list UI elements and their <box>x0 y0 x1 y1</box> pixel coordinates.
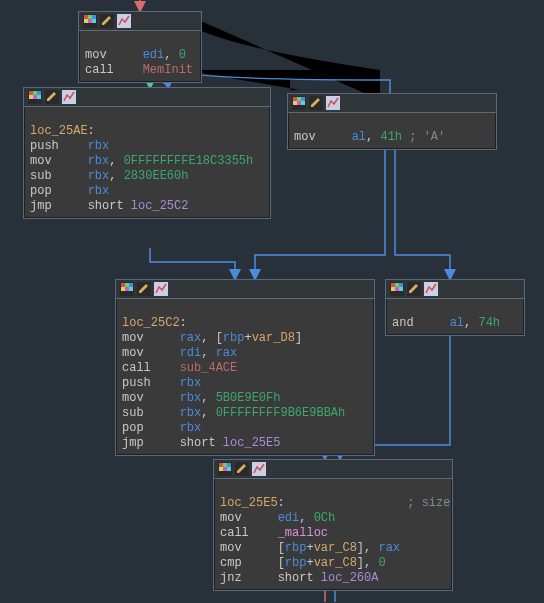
graph-icon[interactable] <box>326 96 340 110</box>
svg-rect-12 <box>37 91 41 95</box>
plus: + <box>306 541 313 555</box>
svg-rect-41 <box>395 287 399 291</box>
sep: , <box>164 48 178 62</box>
register: al <box>352 130 366 144</box>
close: ], <box>357 541 379 555</box>
cfg-node-block2[interactable]: mov al, 41h ; 'A' <box>287 93 497 150</box>
edit-icon[interactable] <box>407 282 421 296</box>
color-icon[interactable] <box>120 282 134 296</box>
node-toolbar <box>24 88 270 107</box>
plus: + <box>244 331 251 345</box>
immediate: 0FFFFFFFF9B6E9BBAh <box>216 406 346 420</box>
mnemonic: jmp <box>122 436 144 450</box>
cfg-node-block0[interactable]: mov edi, 0 call MemInit <box>78 11 202 83</box>
svg-rect-29 <box>125 283 129 287</box>
color-icon[interactable] <box>292 96 306 110</box>
cfg-node-block5[interactable]: loc_25E5: ; size mov edi, 0Ch call _mall… <box>213 459 453 591</box>
graph-icon[interactable] <box>117 14 131 28</box>
svg-rect-5 <box>88 19 92 23</box>
edit-icon[interactable] <box>235 462 249 476</box>
node-toolbar <box>386 280 524 299</box>
svg-rect-32 <box>125 287 129 291</box>
immediate: 0FFFFFFFFE18C3355h <box>124 154 254 168</box>
register: edi <box>278 511 300 525</box>
svg-rect-19 <box>293 97 297 101</box>
sep: , <box>366 130 380 144</box>
cfg-node-block3[interactable]: loc_25C2: mov rax, [rbp+var_D8] mov rdi,… <box>115 279 375 456</box>
location-label[interactable]: loc_25C2 <box>122 316 180 330</box>
node-toolbar <box>288 94 496 113</box>
svg-rect-49 <box>219 467 223 471</box>
register: rbp <box>223 331 245 345</box>
mnemonic: pop <box>122 421 144 435</box>
var-ref[interactable]: var_D8 <box>252 331 295 345</box>
var-ref[interactable]: var_C8 <box>314 556 357 570</box>
immediate: 2830EE60h <box>124 169 189 183</box>
svg-rect-47 <box>223 463 227 467</box>
loc-ref[interactable]: loc_260A <box>321 571 379 585</box>
svg-rect-15 <box>37 95 41 99</box>
open: [ <box>278 541 285 555</box>
color-icon[interactable] <box>83 14 97 28</box>
loc-ref[interactable]: loc_25C2 <box>131 199 189 213</box>
svg-rect-10 <box>29 91 33 95</box>
sep: , <box>109 154 123 168</box>
color-icon[interactable] <box>390 282 404 296</box>
cfg-node-block1[interactable]: loc_25AE: push rbx mov rbx, 0FFFFFFFFE18… <box>23 87 271 219</box>
mnemonic: mov <box>30 154 52 168</box>
color-icon[interactable] <box>218 462 232 476</box>
location-label[interactable]: loc_25E5 <box>220 496 278 510</box>
register: rax <box>378 541 400 555</box>
plus: + <box>306 556 313 570</box>
graph-icon[interactable] <box>424 282 438 296</box>
register: rbx <box>88 184 110 198</box>
register: rbx <box>88 169 110 183</box>
svg-rect-39 <box>399 283 403 287</box>
prefix: short <box>278 571 321 585</box>
register: rbx <box>180 391 202 405</box>
call-target[interactable]: sub_4ACE <box>180 361 238 375</box>
loc-ref[interactable]: loc_25E5 <box>223 436 281 450</box>
call-target[interactable]: MemInit <box>143 63 193 77</box>
register: rbx <box>180 406 202 420</box>
svg-rect-50 <box>223 467 227 471</box>
graph-icon[interactable] <box>154 282 168 296</box>
graph-icon[interactable] <box>62 90 76 104</box>
comment: ; 'A' <box>402 130 445 144</box>
code-block: loc_25C2: mov rax, [rbp+var_D8] mov rdi,… <box>116 299 374 455</box>
mnemonic: mov <box>220 541 242 555</box>
svg-rect-11 <box>33 91 37 95</box>
register: rax <box>180 331 202 345</box>
immediate: 0 <box>179 48 186 62</box>
edit-icon[interactable] <box>45 90 59 104</box>
edit-icon[interactable] <box>137 282 151 296</box>
svg-rect-2 <box>88 15 92 19</box>
immediate: 5B0E9E0Fh <box>216 391 281 405</box>
svg-rect-14 <box>33 95 37 99</box>
edit-icon[interactable] <box>100 14 114 28</box>
call-target[interactable]: _malloc <box>278 526 328 540</box>
mnemonic: call <box>220 526 249 540</box>
edit-icon[interactable] <box>309 96 323 110</box>
mnemonic: mov <box>85 48 107 62</box>
graph-icon[interactable] <box>252 462 266 476</box>
register: rbx <box>180 421 202 435</box>
svg-rect-3 <box>92 15 96 19</box>
code-block: loc_25E5: ; size mov edi, 0Ch call _mall… <box>214 479 452 590</box>
color-icon[interactable] <box>28 90 42 104</box>
mnemonic: call <box>85 63 114 77</box>
svg-rect-51 <box>227 467 231 471</box>
mnemonic: push <box>122 376 151 390</box>
var-ref[interactable]: var_C8 <box>314 541 357 555</box>
code-block: mov edi, 0 call MemInit <box>79 31 201 82</box>
cfg-node-block4[interactable]: and al, 74h <box>385 279 525 336</box>
location-label[interactable]: loc_25AE <box>30 124 88 138</box>
mnemonic: jnz <box>220 571 242 585</box>
svg-rect-1 <box>84 15 88 19</box>
register: rax <box>216 346 238 360</box>
svg-rect-13 <box>29 95 33 99</box>
svg-rect-38 <box>395 283 399 287</box>
node-toolbar <box>214 460 452 479</box>
sep: , <box>299 511 313 525</box>
code-block: and al, 74h <box>386 299 524 335</box>
